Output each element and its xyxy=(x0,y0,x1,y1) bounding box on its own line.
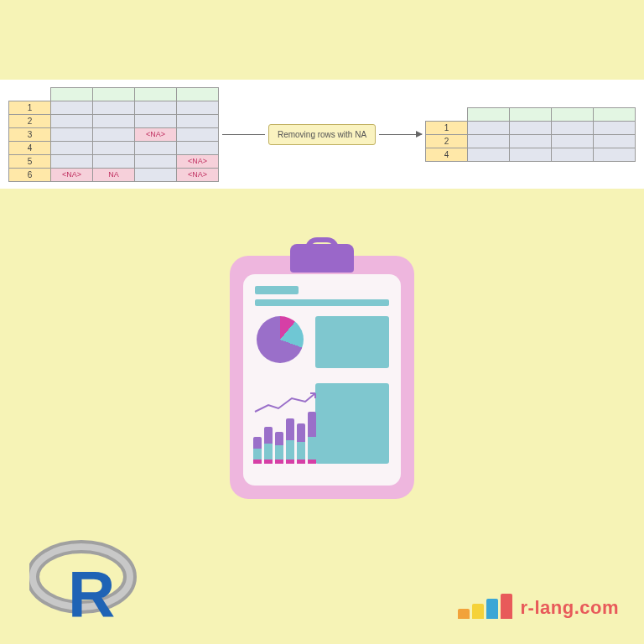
col-header xyxy=(552,107,594,121)
paper-block xyxy=(315,316,389,368)
footer-bar xyxy=(472,604,484,619)
svg-text:R: R xyxy=(68,557,115,623)
data-cell xyxy=(510,121,552,134)
col-header xyxy=(135,87,177,101)
data-cell xyxy=(177,141,219,154)
mini-bars xyxy=(253,405,316,464)
paper-header-bar xyxy=(255,286,299,294)
data-cell xyxy=(135,101,177,114)
data-cell xyxy=(93,154,135,168)
data-cell xyxy=(552,121,594,134)
clipboard-clip xyxy=(290,244,354,273)
footer-bar xyxy=(486,599,498,619)
left-data-table: 1 2 3 <NA> 4 5 xyxy=(8,87,219,182)
data-cell xyxy=(93,141,135,154)
data-cell xyxy=(468,121,510,134)
col-header xyxy=(177,87,219,101)
data-cell xyxy=(51,101,93,114)
data-cell xyxy=(552,134,594,148)
col-header xyxy=(594,107,636,121)
arrow-line xyxy=(222,134,265,135)
paper-line-bar xyxy=(255,299,389,306)
pie-chart-icon xyxy=(257,316,304,363)
data-cell xyxy=(135,168,177,181)
data-cell xyxy=(177,127,219,141)
col-header xyxy=(51,87,93,101)
data-cell xyxy=(594,148,636,161)
clipboard-paper xyxy=(243,274,401,486)
footer-bar xyxy=(458,609,470,619)
row-header: 4 xyxy=(426,148,468,161)
paper-block xyxy=(315,383,389,464)
data-cell xyxy=(510,134,552,148)
data-cell xyxy=(594,134,636,148)
na-cell: <NA> xyxy=(177,154,219,168)
na-cell: <NA> xyxy=(177,168,219,181)
footer-bars-icon xyxy=(458,594,512,619)
clipboard-illustration xyxy=(230,256,414,499)
row-header: 4 xyxy=(9,141,51,154)
data-cell xyxy=(51,127,93,141)
data-cell xyxy=(93,127,135,141)
data-cell xyxy=(93,101,135,114)
row-header: 2 xyxy=(426,134,468,148)
col-header xyxy=(93,87,135,101)
data-cell xyxy=(93,114,135,127)
data-cell xyxy=(135,154,177,168)
data-cell xyxy=(51,154,93,168)
data-cell xyxy=(468,134,510,148)
process-box: Removing rows with NA xyxy=(268,124,376,145)
col-header xyxy=(510,107,552,121)
data-cell xyxy=(594,121,636,134)
data-cell xyxy=(468,148,510,161)
data-cell xyxy=(510,148,552,161)
site-name: r-lang.com xyxy=(521,597,619,619)
clipboard-board xyxy=(230,256,414,499)
row-header: 3 xyxy=(9,127,51,141)
row-header: 1 xyxy=(426,121,468,134)
data-cell xyxy=(177,101,219,114)
data-cell xyxy=(51,141,93,154)
data-cell xyxy=(177,114,219,127)
row-header: 6 xyxy=(9,168,51,181)
right-data-table: 1 2 4 xyxy=(425,107,636,162)
data-cell xyxy=(552,148,594,161)
data-cell xyxy=(51,114,93,127)
bar-chart-icon xyxy=(253,383,320,464)
row-header: 2 xyxy=(9,114,51,127)
data-cell xyxy=(135,114,177,127)
data-cell xyxy=(135,141,177,154)
site-footer: r-lang.com xyxy=(458,594,619,619)
r-logo-icon: R xyxy=(29,539,138,623)
arrow-head-line xyxy=(379,134,422,135)
na-cell: NA xyxy=(93,168,135,181)
col-header xyxy=(468,107,510,121)
row-header: 1 xyxy=(9,101,51,114)
diagram-strip: 1 2 3 <NA> 4 5 xyxy=(0,80,644,189)
na-cell: <NA> xyxy=(51,168,93,181)
na-cell: <NA> xyxy=(135,127,177,141)
footer-bar xyxy=(501,594,512,619)
row-header: 5 xyxy=(9,154,51,168)
